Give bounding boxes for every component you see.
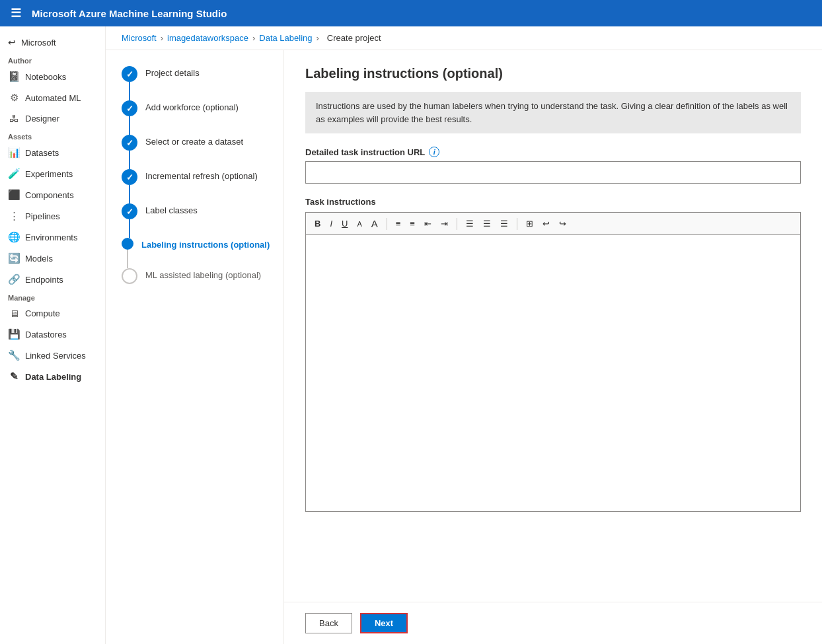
sidebar-item-datastores-label: Datastores (25, 330, 67, 340)
sidebar-item-experiments[interactable]: 🧪 Experiments (0, 163, 105, 184)
toolbar-font-decrease[interactable]: A (354, 219, 365, 229)
content-area: Microsoft › imagedataworkspace › Data La… (106, 26, 822, 644)
breadcrumb-current: Create project (327, 33, 381, 43)
sidebar-item-pipelines[interactable]: ⋮ Pipelines (0, 205, 105, 227)
toolbar-source[interactable]: ⊞ (523, 217, 537, 230)
url-info-icon[interactable]: i (429, 147, 439, 157)
url-input[interactable] (305, 161, 801, 184)
step-circle-7 (122, 268, 137, 284)
step-circle-2: ✓ (122, 100, 137, 116)
sidebar-item-designer[interactable]: 🖧 Designer (0, 108, 105, 129)
sidebar-item-compute-label: Compute (25, 308, 60, 318)
data-labeling-icon: ✎ (8, 371, 20, 382)
experiments-icon: 🧪 (8, 168, 20, 180)
step-add-workforce: ✓ Add workforce (optional) (122, 100, 283, 135)
step-label-3: Select or create a dataset (145, 135, 243, 152)
sidebar-item-datasets[interactable]: 📊 Datasets (0, 142, 105, 163)
toolbar-bold[interactable]: B (311, 217, 324, 230)
task-instructions-editor[interactable] (305, 234, 801, 512)
step-incremental-refresh: ✓ Incremental refresh (optional) (122, 169, 283, 203)
step-line-5 (129, 219, 130, 238)
toolbar-list[interactable]: ≡ (406, 217, 418, 230)
automated-ml-icon: ⚙ (8, 92, 20, 104)
step-select-dataset: ✓ Select or create a dataset (122, 135, 283, 169)
step-icon-col-6 (122, 238, 133, 268)
sidebar-item-experiments-label: Experiments (25, 169, 73, 179)
sidebar-item-environments[interactable]: 🌐 Environments (0, 227, 105, 248)
back-icon: ↩ (8, 37, 16, 48)
sidebar-item-notebooks[interactable]: 📓 Notebooks (0, 66, 105, 87)
models-icon: 🔄 (8, 252, 20, 264)
back-button[interactable]: Back (305, 613, 352, 633)
toolbar-font-increase[interactable]: A (368, 217, 381, 231)
step-icon-col-4: ✓ (122, 169, 137, 203)
toolbar-indent-decrease[interactable]: ⇤ (421, 217, 435, 230)
sidebar-item-linked-services[interactable]: 🔧 Linked Services (0, 345, 105, 366)
task-instructions-label: Task instructions (305, 197, 801, 207)
sidebar-item-notebooks-label: Notebooks (25, 72, 66, 82)
breadcrumb-data-labeling[interactable]: Data Labeling (259, 33, 312, 43)
sidebar-item-datastores[interactable]: 💾 Datastores (0, 324, 105, 345)
datastores-icon: 💾 (8, 328, 20, 340)
top-bar: ☰ Microsoft Azure Machine Learning Studi… (0, 0, 822, 26)
toolbar-indent-increase[interactable]: ⇥ (437, 217, 451, 230)
form-title: Labeling instructions (optional) (305, 66, 801, 81)
step-line-6 (127, 250, 128, 268)
step-icon-col-7 (122, 268, 137, 284)
sidebar-back-label: Microsoft (21, 38, 56, 48)
step-icon-col-3: ✓ (122, 135, 137, 169)
breadcrumb: Microsoft › imagedataworkspace › Data La… (106, 26, 822, 50)
linked-services-icon: 🔧 (8, 349, 20, 361)
sidebar-item-environments-label: Environments (25, 233, 77, 242)
form-footer: Back Next (284, 602, 822, 644)
step-label-1: Project details (145, 66, 200, 83)
sidebar-item-automated-ml[interactable]: ⚙ Automated ML (0, 87, 105, 108)
toolbar-justify[interactable]: ☰ (497, 217, 511, 230)
sidebar-item-endpoints[interactable]: 🔗 Endpoints (0, 269, 105, 290)
pipelines-icon: ⋮ (8, 210, 20, 222)
toolbar-align-right[interactable]: ☰ (480, 217, 494, 230)
datasets-icon: 📊 (8, 147, 20, 159)
breadcrumb-workspace[interactable]: imagedataworkspace (167, 33, 248, 43)
toolbar-align-center[interactable]: ☰ (463, 217, 477, 230)
toolbar-underline[interactable]: U (338, 217, 351, 230)
sidebar-item-linked-services-label: Linked Services (25, 351, 86, 361)
toolbar-divider-2 (457, 218, 457, 230)
editor-toolbar: B I U A A ≡ ≡ ⇤ ⇥ ☰ ☰ ☰ (305, 212, 801, 234)
app-title: Microsoft Azure Machine Learning Studio (32, 8, 227, 19)
environments-icon: 🌐 (8, 231, 20, 243)
sidebar-item-automated-ml-label: Automated ML (25, 93, 81, 103)
toolbar-undo[interactable]: ↩ (539, 217, 553, 230)
sidebar-section-author: Author (0, 53, 105, 66)
toolbar-italic[interactable]: I (326, 217, 336, 230)
step-line-2 (129, 116, 130, 135)
sidebar-back-button[interactable]: ↩ Microsoft (0, 32, 105, 53)
toolbar-align-left[interactable]: ≡ (392, 217, 404, 230)
hamburger-icon[interactable]: ☰ (11, 6, 21, 20)
sidebar-item-designer-label: Designer (25, 114, 59, 124)
step-circle-1: ✓ (122, 66, 137, 82)
breadcrumb-sep-3: › (317, 33, 319, 43)
sidebar-item-data-labeling[interactable]: ✎ Data Labeling (0, 366, 105, 387)
sidebar-item-models[interactable]: 🔄 Models (0, 248, 105, 269)
step-circle-5: ✓ (122, 203, 137, 219)
step-label-4: Incremental refresh (optional) (145, 169, 258, 186)
sidebar-item-datasets-label: Datasets (25, 148, 59, 158)
step-icon-col-2: ✓ (122, 100, 137, 135)
step-label-6: Labeling instructions (optional) (141, 238, 270, 255)
sidebar-item-components[interactable]: ⬛ Components (0, 184, 105, 205)
step-label-2: Add workforce (optional) (145, 100, 239, 118)
next-button[interactable]: Next (360, 613, 408, 633)
step-line-3 (129, 151, 130, 169)
sidebar: ↩ Microsoft Author 📓 Notebooks ⚙ Automat… (0, 26, 106, 644)
step-icon-col-1: ✓ (122, 66, 137, 100)
toolbar-redo[interactable]: ↪ (556, 217, 570, 230)
sidebar-item-compute[interactable]: 🖥 Compute (0, 303, 105, 324)
step-icon-col-5: ✓ (122, 203, 137, 238)
sidebar-item-components-label: Components (25, 190, 74, 200)
step-circle-3: ✓ (122, 135, 137, 151)
breadcrumb-microsoft[interactable]: Microsoft (122, 33, 157, 43)
step-circle-4: ✓ (122, 169, 137, 185)
toolbar-divider-3 (517, 218, 517, 230)
step-label-classes: ✓ Label classes (122, 203, 283, 238)
